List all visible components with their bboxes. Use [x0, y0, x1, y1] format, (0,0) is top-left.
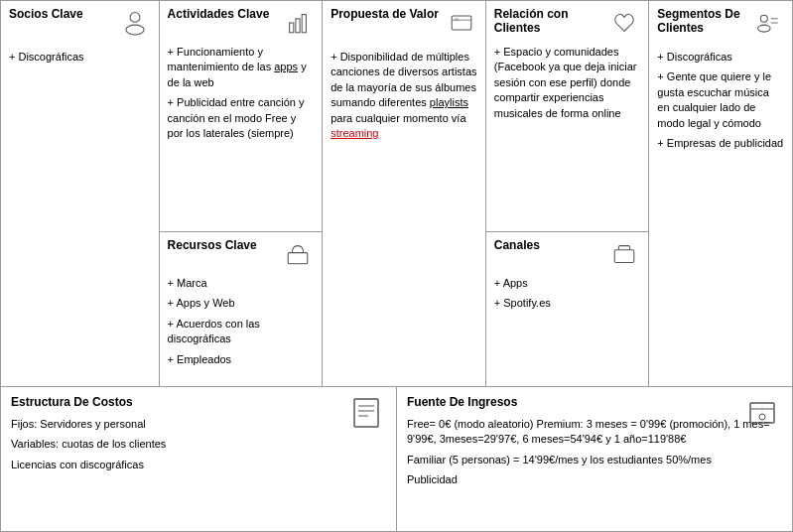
costos-title: Estructura De Costos	[11, 395, 386, 409]
relacion-canales-col: Relación con Clientes + Espacio y comuni…	[486, 1, 650, 386]
recursos-icon	[282, 238, 314, 270]
svg-point-1	[126, 25, 144, 35]
ingresos-item-3: Publicidad	[407, 472, 782, 487]
ingresos-icon	[742, 393, 782, 435]
segmentos-clientes-cell: Segmentos De Clientes + Discográficas + …	[649, 1, 792, 386]
segmentos-title: Segmentos De Clientes	[657, 7, 752, 35]
canales-cell: Canales + Apps + Spotify.es	[486, 232, 649, 386]
propuesta-icon	[446, 7, 477, 39]
relacion-item-1: + Espacio y comunidades (Facebook ya que…	[494, 45, 641, 121]
costos-item-3: Licencias con discográficas	[11, 458, 386, 472]
svg-rect-2	[290, 23, 294, 33]
svg-rect-14	[354, 399, 378, 427]
propuesta-title-row: Propuesta de Valor	[330, 7, 477, 39]
canales-title-row: Canales	[494, 238, 641, 270]
propuesta-valor-cell: Propuesta de Valor + Disponibilidad de m…	[323, 1, 486, 386]
svg-point-10	[760, 15, 767, 22]
ingresos-item-2: Familiar (5 personas) = 14'99€/mes y los…	[407, 453, 782, 467]
socios-icon	[119, 7, 151, 39]
recursos-item-3: + Acuerdos con las discográficas	[168, 317, 315, 347]
socios-item-1: + Discográficas	[9, 50, 151, 65]
svg-rect-8	[455, 18, 459, 21]
segmentos-icon	[752, 7, 784, 39]
recursos-title-row: Recursos Clave	[168, 238, 315, 270]
bottom-section: Estructura De Costos Fijos: Servidores y…	[1, 387, 792, 531]
ingresos-title: Fuente De Ingresos	[407, 395, 782, 409]
svg-rect-5	[288, 253, 308, 264]
segmentos-item-2: + Gente que quiere y le gusta escuchar m…	[657, 69, 784, 131]
canales-title: Canales	[494, 238, 609, 252]
costos-cell: Estructura De Costos Fijos: Servidores y…	[1, 387, 397, 531]
socios-title-row: Socios Clave	[9, 7, 151, 39]
relacion-clientes-cell: Relación con Clientes + Espacio y comuni…	[486, 1, 649, 232]
segmentos-title-row: Segmentos De Clientes	[657, 7, 784, 39]
svg-rect-9	[615, 250, 635, 263]
actividades-recursos-col: Actividades Clave + Funcionamiento y man…	[160, 1, 324, 386]
ingresos-cell: Fuente De Ingresos Free= 0€ (modo aleato…	[397, 387, 792, 531]
ingresos-item-1: Free= 0€ (modo aleatorio) Premium: 3 mes…	[407, 417, 782, 448]
actividades-item-1: + Funcionamiento y mantenimiento de las …	[168, 45, 315, 90]
actividades-item-2: + Publicidad entre canción y canción en …	[168, 95, 315, 141]
recursos-item-2: + Apps y Web	[168, 296, 315, 311]
svg-rect-4	[302, 15, 306, 33]
relacion-title: Relación con Clientes	[494, 7, 609, 35]
actividades-clave-cell: Actividades Clave + Funcionamiento y man…	[160, 1, 323, 232]
relacion-title-row: Relación con Clientes	[494, 7, 641, 39]
segmentos-item-1: + Discográficas	[657, 50, 784, 65]
actividades-title-row: Actividades Clave	[168, 7, 315, 39]
canales-item-2: + Spotify.es	[494, 296, 641, 311]
costos-item-1: Fijos: Servidores y personal	[11, 417, 386, 432]
relacion-icon	[608, 7, 640, 39]
recursos-item-4: + Empleados	[168, 352, 315, 367]
actividades-icon	[282, 7, 314, 39]
svg-point-11	[758, 25, 771, 32]
costos-icon	[346, 393, 386, 435]
recursos-clave-cell: Recursos Clave + Marca + Apps y Web + Ac…	[160, 232, 323, 386]
socios-title: Socios Clave	[9, 7, 119, 21]
canvas: Socios Clave + Discográficas Actividades…	[0, 0, 793, 532]
recursos-item-1: + Marca	[168, 276, 315, 291]
canales-item-1: + Apps	[494, 276, 641, 291]
svg-point-0	[130, 13, 140, 23]
propuesta-item-1: + Disponibilidad de múltiples canciones …	[330, 50, 477, 141]
svg-rect-3	[296, 19, 300, 33]
canales-icon	[608, 238, 640, 270]
top-section: Socios Clave + Discográficas Actividades…	[1, 1, 792, 387]
socios-clave-cell: Socios Clave + Discográficas	[1, 1, 160, 386]
actividades-title: Actividades Clave	[168, 7, 283, 21]
propuesta-title: Propuesta de Valor	[330, 7, 446, 21]
recursos-title: Recursos Clave	[168, 238, 283, 252]
segmentos-item-3: + Empresas de publicidad	[657, 136, 784, 151]
costos-item-2: Variables: cuotas de los clientes	[11, 437, 386, 452]
